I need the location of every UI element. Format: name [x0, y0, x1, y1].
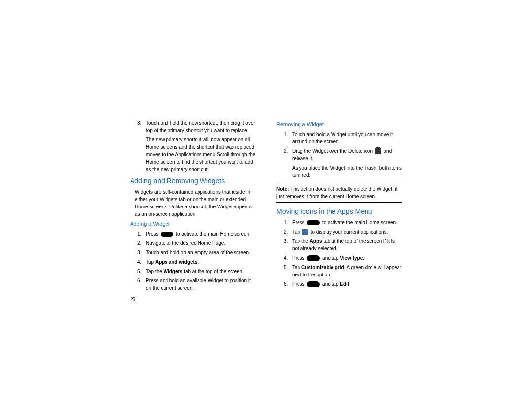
home-button-icon: [161, 232, 173, 237]
section-intro: Widgets are self-contained applications …: [135, 188, 256, 218]
apps-grid-icon: [302, 229, 308, 235]
page-number: 26: [130, 296, 256, 303]
home-button-icon: [307, 220, 320, 225]
list-item: Touch and hold on an empty area of the s…: [143, 249, 256, 256]
list-item: Tap Apps and widgets.: [143, 258, 256, 266]
list-item: Touch and hold a Widget until you can mo…: [289, 131, 402, 145]
list-item: Tap Customizable grid. A green circle wi…: [289, 264, 402, 278]
list-item: Touch and hold the new shortcut, then dr…: [143, 119, 256, 173]
moving-icons-steps: Press to activate the main Home screen. …: [276, 219, 402, 288]
manual-page: Touch and hold the new shortcut, then dr…: [0, 0, 532, 303]
subsection-heading: Removing a Widget: [276, 120, 402, 129]
list-item-detail: The new primary shortcut will now appear…: [146, 136, 256, 173]
list-item: Press and hold an available Widget to po…: [143, 277, 256, 292]
list-item: Navigate to the desired Home Page.: [143, 240, 256, 247]
section-heading: Adding and Removing Widgets: [130, 176, 256, 186]
list-item: Tap to display your current applications…: [289, 228, 402, 236]
right-column: Removing a Widget Touch and hold a Widge…: [270, 118, 408, 303]
subsection-heading: Adding a Widget: [130, 220, 256, 228]
list-item: Press to activate the main Home screen.: [143, 230, 256, 238]
left-column: Touch and hold the new shortcut, then dr…: [124, 118, 262, 303]
removing-widget-steps: Touch and hold a Widget until you can mo…: [276, 131, 402, 179]
list-item: Press to activate the main Home screen.: [289, 219, 402, 226]
trash-icon: [375, 148, 381, 154]
menu-button-icon: [307, 255, 320, 261]
section-heading: Moving Icons in the Apps Menu: [276, 206, 402, 217]
list-item: Drag the Widget over the Delete icon and…: [289, 147, 402, 179]
adding-widget-steps: Press to activate the main Home screen. …: [130, 230, 256, 292]
list-item: Tap the Widgets tab at the top of the sc…: [143, 268, 256, 275]
list-item: Press and tap Edit.: [289, 280, 402, 288]
list-item: Press and tap View type.: [289, 254, 402, 262]
menu-button-icon: [307, 281, 320, 287]
list-item-detail: As you place the Widget into the Trash, …: [292, 164, 402, 179]
list-item: Tap the Apps tab at the top of the scree…: [289, 238, 402, 252]
note-box: Note: This action does not actually dele…: [276, 183, 402, 203]
continued-list: Touch and hold the new shortcut, then dr…: [130, 119, 256, 173]
